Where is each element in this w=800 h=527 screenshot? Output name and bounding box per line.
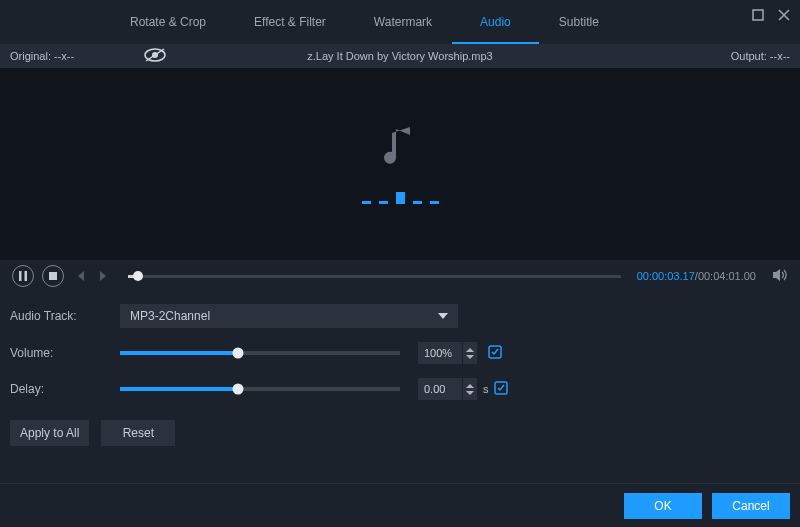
volume-step-down[interactable]: [466, 355, 474, 359]
timecode-label: 00:00:03.17/00:04:01.00: [637, 270, 756, 282]
apply-to-all-button[interactable]: Apply to All: [10, 420, 89, 446]
ok-button[interactable]: OK: [624, 493, 702, 519]
filename-label: z.Lay It Down by Victory Worship.mp3: [0, 50, 800, 62]
delay-input[interactable]: 0.00: [418, 378, 462, 400]
chevron-down-icon: [438, 313, 448, 319]
volume-slider[interactable]: [120, 351, 400, 355]
maximize-icon[interactable]: [752, 8, 764, 24]
music-note-icon: [384, 125, 416, 170]
output-size-label: Output: --x--: [731, 50, 790, 62]
svg-rect-5: [49, 272, 57, 280]
seek-slider[interactable]: [128, 275, 621, 278]
cancel-button[interactable]: Cancel: [712, 493, 790, 519]
equalizer-icon: [362, 188, 439, 204]
toggle-preview-icon[interactable]: [144, 48, 166, 64]
delay-step-up[interactable]: [466, 384, 474, 388]
svg-rect-3: [19, 271, 22, 281]
tabs-bar: Rotate & Crop Effect & Filter Watermark …: [0, 0, 800, 44]
audio-track-label: Audio Track:: [10, 309, 120, 323]
delay-label: Delay:: [10, 382, 120, 396]
audio-track-select[interactable]: MP3-2Channel: [120, 304, 458, 328]
action-buttons-row: Apply to All Reset: [10, 420, 790, 446]
tab-rotate-crop[interactable]: Rotate & Crop: [130, 0, 206, 44]
delay-row: Delay: 0.00 s: [10, 378, 790, 400]
delay-step-down[interactable]: [466, 391, 474, 395]
preview-area: [0, 68, 800, 260]
window-controls: [752, 8, 790, 24]
tab-effect-filter[interactable]: Effect & Filter: [254, 0, 326, 44]
stop-button[interactable]: [42, 265, 64, 287]
volume-step-up[interactable]: [466, 348, 474, 352]
delay-slider[interactable]: [120, 387, 400, 391]
controls-area: Audio Track: MP3-2Channel Volume: 100% D…: [0, 292, 800, 446]
info-bar: Original: --x-- z.Lay It Down by Victory…: [0, 44, 800, 68]
tab-watermark[interactable]: Watermark: [374, 0, 432, 44]
tab-subtitle[interactable]: Subtitle: [559, 0, 599, 44]
volume-row: Volume: 100%: [10, 342, 790, 364]
volume-input[interactable]: 100%: [418, 342, 462, 364]
delay-stepper[interactable]: [463, 378, 477, 400]
volume-label: Volume:: [10, 346, 120, 360]
next-frame-button[interactable]: [96, 268, 112, 284]
prev-frame-button[interactable]: [72, 268, 88, 284]
transport-bar: 00:00:03.17/00:04:01.00: [0, 260, 800, 292]
volume-stepper[interactable]: [463, 342, 477, 364]
dialog-footer: OK Cancel: [0, 483, 800, 527]
svg-rect-0: [753, 10, 763, 20]
time-total: 00:04:01.00: [698, 270, 756, 282]
time-current: 00:00:03.17: [637, 270, 695, 282]
audio-track-row: Audio Track: MP3-2Channel: [10, 304, 790, 328]
pause-button[interactable]: [12, 265, 34, 287]
svg-rect-4: [25, 271, 28, 281]
close-icon[interactable]: [778, 8, 790, 24]
volume-reset-icon[interactable]: [487, 344, 503, 363]
reset-button[interactable]: Reset: [101, 420, 175, 446]
volume-icon[interactable]: [772, 268, 788, 285]
audio-track-value: MP3-2Channel: [130, 309, 210, 323]
delay-unit: s: [483, 383, 489, 395]
original-size-label: Original: --x--: [10, 50, 74, 62]
tabs-group: Rotate & Crop Effect & Filter Watermark …: [130, 0, 599, 44]
tab-audio[interactable]: Audio: [480, 0, 511, 44]
delay-reset-icon[interactable]: [493, 380, 509, 399]
